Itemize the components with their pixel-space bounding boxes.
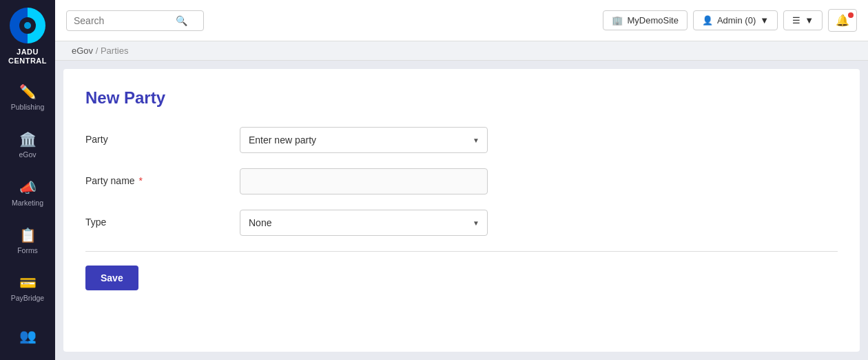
- forms-icon: 📋: [19, 227, 37, 243]
- type-select[interactable]: None: [240, 210, 488, 236]
- sidebar: JADUCENTRAL ✏️ Publishing 🏛️ eGov 📣 Mark…: [0, 0, 55, 360]
- paybridge-icon: 💳: [19, 274, 37, 291]
- logo-dot: [24, 22, 31, 29]
- party-label: Party: [85, 127, 223, 145]
- sidebar-item-label: eGov: [19, 150, 36, 159]
- breadcrumb-parent[interactable]: eGov: [72, 46, 93, 56]
- party-name-field: [240, 168, 488, 194]
- app-logo: JADUCENTRAL: [0, 0, 55, 74]
- form-row-type: Type None: [85, 210, 838, 236]
- party-select[interactable]: Enter new party: [240, 127, 488, 153]
- admin-button[interactable]: 👤 Admin (0) ▼: [693, 10, 778, 30]
- egov-icon: 🏛️: [19, 131, 37, 148]
- form-row-party: Party Enter new party: [85, 127, 838, 153]
- marketing-icon: 📣: [19, 179, 37, 196]
- chevron-down-icon: ▼: [760, 15, 769, 26]
- party-name-label: Party name *: [85, 168, 223, 186]
- sidebar-item-publishing[interactable]: ✏️ Publishing: [0, 74, 55, 121]
- sidebar-item-label: Marketing: [12, 199, 43, 207]
- sidebar-item-forms[interactable]: 📋 Forms: [0, 217, 55, 264]
- site-label: MyDemoSite: [627, 15, 678, 26]
- site-button[interactable]: 🏢 MyDemoSite: [603, 10, 687, 30]
- form-row-party-name: Party name *: [85, 168, 838, 194]
- type-select-wrapper: None: [240, 210, 488, 236]
- logo-inner: [19, 17, 36, 34]
- breadcrumb-current: Parties: [101, 46, 128, 56]
- party-field: Enter new party: [240, 127, 488, 153]
- topbar-right: 🏢 MyDemoSite 👤 Admin (0) ▼ ☰ ▼ 🔔: [603, 9, 857, 32]
- search-box[interactable]: 🔍: [66, 10, 204, 31]
- save-button[interactable]: Save: [85, 266, 138, 290]
- party-name-input[interactable]: [240, 168, 488, 194]
- search-icon: 🔍: [176, 15, 187, 26]
- site-icon: 🏢: [612, 15, 623, 26]
- logo-circle: [10, 8, 45, 43]
- type-field: None: [240, 210, 488, 236]
- admin-icon: 👤: [702, 15, 713, 26]
- menu-icon: ☰: [792, 15, 800, 26]
- app-name: JADUCENTRAL: [8, 48, 47, 66]
- chevron-down-icon-2: ▼: [805, 15, 814, 26]
- users-icon: 👥: [19, 328, 37, 344]
- party-select-wrapper: Enter new party: [240, 127, 488, 153]
- topbar: 🔍 🏢 MyDemoSite 👤 Admin (0) ▼ ☰ ▼ 🔔: [55, 0, 868, 41]
- search-input[interactable]: [74, 15, 170, 26]
- notification-button[interactable]: 🔔: [828, 9, 857, 32]
- sidebar-item-paybridge[interactable]: 💳 PayBridge: [0, 264, 55, 312]
- publishing-icon: ✏️: [19, 83, 37, 100]
- breadcrumb: eGov / Parties: [55, 41, 868, 61]
- breadcrumb-separator: /: [93, 46, 101, 56]
- form-divider: [85, 251, 838, 252]
- sidebar-item-marketing[interactable]: 📣 Marketing: [0, 169, 55, 217]
- sidebar-item-label: Forms: [17, 246, 38, 254]
- admin-label: Admin (0): [717, 15, 756, 26]
- main-area: 🔍 🏢 MyDemoSite 👤 Admin (0) ▼ ☰ ▼ 🔔 eGo: [55, 0, 868, 360]
- sidebar-item-label: PayBridge: [11, 294, 44, 302]
- content-area: New Party Party Enter new party Party na…: [63, 69, 860, 352]
- sidebar-item-label: Publishing: [11, 103, 44, 111]
- type-label: Type: [85, 210, 223, 228]
- page-title: New Party: [85, 88, 838, 108]
- bell-icon: 🔔: [836, 14, 849, 26]
- sidebar-item-users[interactable]: 👥: [0, 312, 55, 360]
- required-indicator: *: [136, 175, 143, 186]
- notification-dot: [848, 12, 854, 18]
- menu-button[interactable]: ☰ ▼: [783, 10, 823, 30]
- sidebar-item-egov[interactable]: 🏛️ eGov: [0, 121, 55, 169]
